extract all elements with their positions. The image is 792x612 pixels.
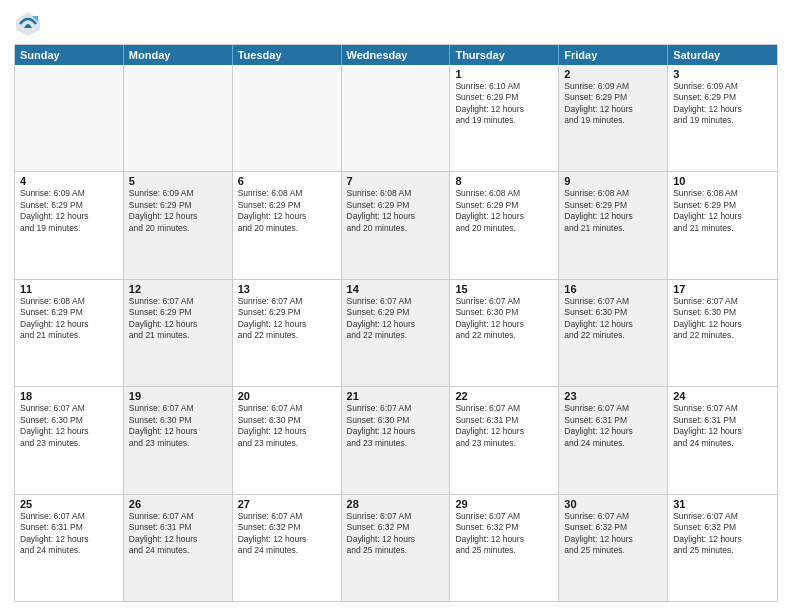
day-number: 22 — [455, 390, 553, 402]
day-info: Sunrise: 6:07 AM Sunset: 6:30 PM Dayligh… — [347, 403, 445, 449]
calendar-cell-21: 21Sunrise: 6:07 AM Sunset: 6:30 PM Dayli… — [342, 387, 451, 493]
calendar-cell-26: 26Sunrise: 6:07 AM Sunset: 6:31 PM Dayli… — [124, 495, 233, 601]
day-number: 5 — [129, 175, 227, 187]
day-info: Sunrise: 6:07 AM Sunset: 6:30 PM Dayligh… — [129, 403, 227, 449]
weekday-header-thursday: Thursday — [450, 45, 559, 65]
calendar-cell-empty-0-3 — [342, 65, 451, 171]
calendar-cell-23: 23Sunrise: 6:07 AM Sunset: 6:31 PM Dayli… — [559, 387, 668, 493]
day-number: 26 — [129, 498, 227, 510]
calendar-cell-25: 25Sunrise: 6:07 AM Sunset: 6:31 PM Dayli… — [15, 495, 124, 601]
calendar-row-1: 4Sunrise: 6:09 AM Sunset: 6:29 PM Daylig… — [15, 171, 777, 278]
day-number: 13 — [238, 283, 336, 295]
calendar-cell-16: 16Sunrise: 6:07 AM Sunset: 6:30 PM Dayli… — [559, 280, 668, 386]
day-info: Sunrise: 6:10 AM Sunset: 6:29 PM Dayligh… — [455, 81, 553, 127]
calendar-cell-20: 20Sunrise: 6:07 AM Sunset: 6:30 PM Dayli… — [233, 387, 342, 493]
logo-icon — [14, 10, 42, 38]
calendar-cell-28: 28Sunrise: 6:07 AM Sunset: 6:32 PM Dayli… — [342, 495, 451, 601]
calendar-cell-6: 6Sunrise: 6:08 AM Sunset: 6:29 PM Daylig… — [233, 172, 342, 278]
day-info: Sunrise: 6:08 AM Sunset: 6:29 PM Dayligh… — [20, 296, 118, 342]
day-info: Sunrise: 6:08 AM Sunset: 6:29 PM Dayligh… — [347, 188, 445, 234]
day-info: Sunrise: 6:07 AM Sunset: 6:29 PM Dayligh… — [129, 296, 227, 342]
calendar-cell-17: 17Sunrise: 6:07 AM Sunset: 6:30 PM Dayli… — [668, 280, 777, 386]
calendar-cell-14: 14Sunrise: 6:07 AM Sunset: 6:29 PM Dayli… — [342, 280, 451, 386]
day-info: Sunrise: 6:09 AM Sunset: 6:29 PM Dayligh… — [129, 188, 227, 234]
day-info: Sunrise: 6:07 AM Sunset: 6:32 PM Dayligh… — [455, 511, 553, 557]
weekday-header-tuesday: Tuesday — [233, 45, 342, 65]
day-info: Sunrise: 6:08 AM Sunset: 6:29 PM Dayligh… — [238, 188, 336, 234]
calendar-cell-8: 8Sunrise: 6:08 AM Sunset: 6:29 PM Daylig… — [450, 172, 559, 278]
calendar-cell-9: 9Sunrise: 6:08 AM Sunset: 6:29 PM Daylig… — [559, 172, 668, 278]
day-number: 8 — [455, 175, 553, 187]
day-number: 31 — [673, 498, 772, 510]
day-info: Sunrise: 6:09 AM Sunset: 6:29 PM Dayligh… — [20, 188, 118, 234]
calendar-row-4: 25Sunrise: 6:07 AM Sunset: 6:31 PM Dayli… — [15, 494, 777, 601]
day-number: 19 — [129, 390, 227, 402]
calendar-row-2: 11Sunrise: 6:08 AM Sunset: 6:29 PM Dayli… — [15, 279, 777, 386]
calendar-cell-27: 27Sunrise: 6:07 AM Sunset: 6:32 PM Dayli… — [233, 495, 342, 601]
weekday-header-monday: Monday — [124, 45, 233, 65]
day-number: 23 — [564, 390, 662, 402]
calendar-cell-11: 11Sunrise: 6:08 AM Sunset: 6:29 PM Dayli… — [15, 280, 124, 386]
day-info: Sunrise: 6:07 AM Sunset: 6:31 PM Dayligh… — [455, 403, 553, 449]
calendar-body: 1Sunrise: 6:10 AM Sunset: 6:29 PM Daylig… — [15, 65, 777, 601]
day-number: 27 — [238, 498, 336, 510]
day-number: 10 — [673, 175, 772, 187]
weekday-header-sunday: Sunday — [15, 45, 124, 65]
day-info: Sunrise: 6:07 AM Sunset: 6:31 PM Dayligh… — [129, 511, 227, 557]
day-number: 6 — [238, 175, 336, 187]
calendar: SundayMondayTuesdayWednesdayThursdayFrid… — [14, 44, 778, 602]
calendar-cell-19: 19Sunrise: 6:07 AM Sunset: 6:30 PM Dayli… — [124, 387, 233, 493]
day-number: 30 — [564, 498, 662, 510]
day-number: 3 — [673, 68, 772, 80]
day-info: Sunrise: 6:07 AM Sunset: 6:30 PM Dayligh… — [238, 403, 336, 449]
day-info: Sunrise: 6:07 AM Sunset: 6:31 PM Dayligh… — [20, 511, 118, 557]
day-number: 16 — [564, 283, 662, 295]
calendar-cell-3: 3Sunrise: 6:09 AM Sunset: 6:29 PM Daylig… — [668, 65, 777, 171]
calendar-cell-7: 7Sunrise: 6:08 AM Sunset: 6:29 PM Daylig… — [342, 172, 451, 278]
weekday-header-wednesday: Wednesday — [342, 45, 451, 65]
logo — [14, 10, 46, 38]
day-info: Sunrise: 6:08 AM Sunset: 6:29 PM Dayligh… — [673, 188, 772, 234]
page: SundayMondayTuesdayWednesdayThursdayFrid… — [0, 0, 792, 612]
calendar-cell-30: 30Sunrise: 6:07 AM Sunset: 6:32 PM Dayli… — [559, 495, 668, 601]
day-info: Sunrise: 6:07 AM Sunset: 6:30 PM Dayligh… — [455, 296, 553, 342]
day-number: 18 — [20, 390, 118, 402]
day-number: 4 — [20, 175, 118, 187]
calendar-cell-15: 15Sunrise: 6:07 AM Sunset: 6:30 PM Dayli… — [450, 280, 559, 386]
day-number: 25 — [20, 498, 118, 510]
calendar-cell-24: 24Sunrise: 6:07 AM Sunset: 6:31 PM Dayli… — [668, 387, 777, 493]
day-info: Sunrise: 6:08 AM Sunset: 6:29 PM Dayligh… — [455, 188, 553, 234]
calendar-header: SundayMondayTuesdayWednesdayThursdayFrid… — [15, 45, 777, 65]
day-number: 9 — [564, 175, 662, 187]
calendar-cell-5: 5Sunrise: 6:09 AM Sunset: 6:29 PM Daylig… — [124, 172, 233, 278]
calendar-cell-13: 13Sunrise: 6:07 AM Sunset: 6:29 PM Dayli… — [233, 280, 342, 386]
day-info: Sunrise: 6:07 AM Sunset: 6:29 PM Dayligh… — [347, 296, 445, 342]
calendar-row-3: 18Sunrise: 6:07 AM Sunset: 6:30 PM Dayli… — [15, 386, 777, 493]
calendar-cell-4: 4Sunrise: 6:09 AM Sunset: 6:29 PM Daylig… — [15, 172, 124, 278]
day-info: Sunrise: 6:07 AM Sunset: 6:32 PM Dayligh… — [238, 511, 336, 557]
day-info: Sunrise: 6:07 AM Sunset: 6:30 PM Dayligh… — [20, 403, 118, 449]
day-number: 29 — [455, 498, 553, 510]
calendar-cell-empty-0-0 — [15, 65, 124, 171]
day-number: 24 — [673, 390, 772, 402]
day-number: 12 — [129, 283, 227, 295]
day-info: Sunrise: 6:07 AM Sunset: 6:30 PM Dayligh… — [673, 296, 772, 342]
calendar-cell-12: 12Sunrise: 6:07 AM Sunset: 6:29 PM Dayli… — [124, 280, 233, 386]
day-number: 11 — [20, 283, 118, 295]
day-number: 2 — [564, 68, 662, 80]
calendar-cell-29: 29Sunrise: 6:07 AM Sunset: 6:32 PM Dayli… — [450, 495, 559, 601]
day-number: 14 — [347, 283, 445, 295]
calendar-cell-18: 18Sunrise: 6:07 AM Sunset: 6:30 PM Dayli… — [15, 387, 124, 493]
day-info: Sunrise: 6:07 AM Sunset: 6:30 PM Dayligh… — [564, 296, 662, 342]
day-info: Sunrise: 6:09 AM Sunset: 6:29 PM Dayligh… — [564, 81, 662, 127]
day-info: Sunrise: 6:07 AM Sunset: 6:31 PM Dayligh… — [564, 403, 662, 449]
day-info: Sunrise: 6:09 AM Sunset: 6:29 PM Dayligh… — [673, 81, 772, 127]
day-number: 21 — [347, 390, 445, 402]
calendar-cell-31: 31Sunrise: 6:07 AM Sunset: 6:32 PM Dayli… — [668, 495, 777, 601]
day-number: 28 — [347, 498, 445, 510]
day-info: Sunrise: 6:07 AM Sunset: 6:29 PM Dayligh… — [238, 296, 336, 342]
day-number: 20 — [238, 390, 336, 402]
calendar-cell-empty-0-1 — [124, 65, 233, 171]
day-number: 1 — [455, 68, 553, 80]
day-info: Sunrise: 6:08 AM Sunset: 6:29 PM Dayligh… — [564, 188, 662, 234]
